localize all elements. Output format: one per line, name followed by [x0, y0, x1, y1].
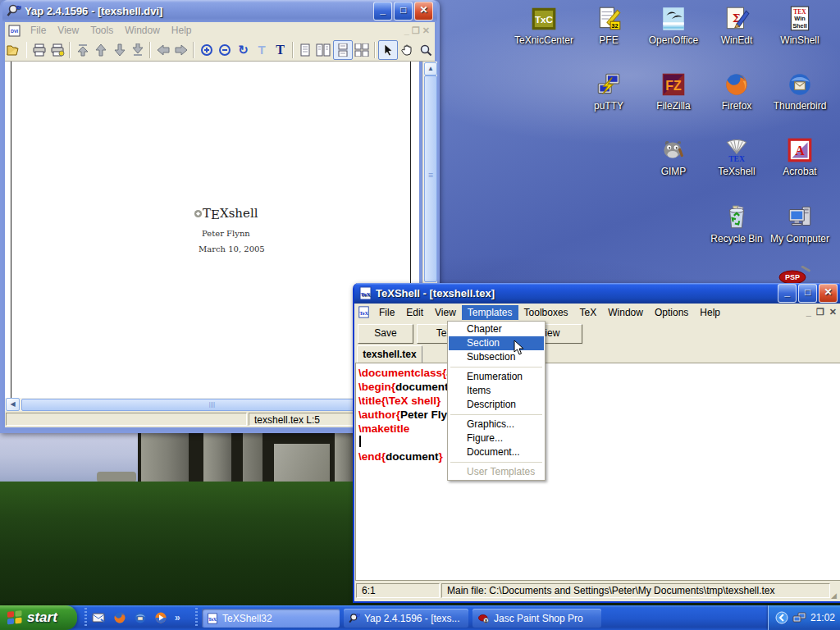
save-button[interactable]: Save: [358, 324, 413, 344]
desktop-icon-putty[interactable]: puTTY: [577, 71, 641, 112]
close-button[interactable]: ✕: [819, 284, 838, 303]
menuitem-chapter[interactable]: Chapter: [449, 322, 544, 336]
svg-text:Shell: Shell: [792, 22, 807, 30]
text-mode-icon[interactable]: T: [271, 41, 290, 59]
menuitem-items[interactable]: Items: [449, 384, 544, 398]
print-setup-icon[interactable]: [48, 41, 67, 59]
mdi-minimize-icon[interactable]: _: [806, 307, 811, 317]
desktop-icon-openoffice[interactable]: OpenOffice: [641, 5, 705, 46]
desktop-icon-pfe[interactable]: 32 PFE: [577, 5, 641, 46]
mdi-restore-icon[interactable]: ❐: [816, 307, 824, 317]
yap-menu-window[interactable]: Window: [119, 23, 166, 38]
menuitem-section[interactable]: Section: [449, 336, 544, 350]
yap-mdi-document-icon[interactable]: DVI: [8, 25, 21, 37]
clock[interactable]: 21:02: [810, 612, 835, 623]
menuitem-enumeration[interactable]: Enumeration: [449, 370, 544, 384]
minimize-button[interactable]: _: [778, 284, 797, 303]
yap-menu-tools[interactable]: Tools: [84, 23, 119, 38]
scroll-left-icon[interactable]: ◀: [6, 398, 20, 411]
scroll-thumb[interactable]: ☰: [424, 75, 437, 282]
continuous-single-icon[interactable]: [333, 40, 354, 60]
first-page-icon[interactable]: [73, 41, 92, 59]
mail-launch-icon[interactable]: [92, 612, 106, 623]
mdi-close-icon[interactable]: ✕: [829, 307, 837, 317]
yap-menu-help[interactable]: Help: [166, 23, 198, 38]
menuitem-figure[interactable]: Figure...: [449, 431, 544, 445]
forward-icon[interactable]: [172, 41, 191, 59]
taskbar-task-yap[interactable]: DVI Yap 2.4.1596 - [texs...: [344, 609, 468, 628]
yap-menu-file[interactable]: File: [25, 23, 52, 38]
start-button[interactable]: start: [0, 605, 77, 630]
menu-file[interactable]: File: [373, 305, 400, 320]
media-player-icon[interactable]: [154, 611, 167, 624]
firefox-icon: [723, 71, 751, 98]
menuitem-subsection[interactable]: Subsection: [449, 350, 544, 364]
resize-grip[interactable]: ◢: [831, 591, 840, 600]
maximize-button[interactable]: □: [798, 284, 817, 303]
texshell-mdi-document-icon[interactable]: TeX: [358, 306, 370, 318]
menu-toolboxes[interactable]: Toolboxes: [518, 305, 574, 320]
previous-page-icon[interactable]: [92, 41, 111, 59]
single-page-icon[interactable]: [296, 41, 315, 59]
menu-tex[interactable]: TeX: [574, 305, 603, 320]
desktop-icon-psp-partial[interactable]: PSP: [776, 266, 812, 284]
desktop-icon-recycle-bin[interactable]: Recycle Bin: [705, 203, 769, 244]
open-file-icon[interactable]: [5, 41, 24, 59]
yap-menu-view[interactable]: View: [52, 23, 84, 38]
yap-titlebar[interactable]: DVI Yap 2.4.1596 - [texshell.dvi] _ □ ✕: [2, 0, 437, 21]
print-icon[interactable]: [30, 41, 48, 59]
select-tool-icon[interactable]: [378, 40, 399, 60]
menuitem-description[interactable]: Description: [449, 398, 544, 412]
menuitem-user-templates[interactable]: User Templates: [449, 465, 544, 479]
desktop-icon-winedt[interactable]: Σ WinEdt: [705, 5, 769, 46]
hand-tool-icon[interactable]: [398, 41, 417, 59]
refresh-icon[interactable]: ↻: [234, 41, 253, 59]
next-page-icon[interactable]: [110, 41, 129, 59]
menu-templates[interactable]: Templates: [462, 305, 518, 320]
maximize-button[interactable]: □: [394, 2, 413, 21]
desktop-icon-winshell[interactable]: TEXWinShell WinShell: [768, 5, 832, 46]
last-page-icon[interactable]: [129, 41, 148, 59]
menuitem-document[interactable]: Document...: [449, 445, 544, 459]
minimize-button[interactable]: _: [373, 2, 392, 21]
taskbar-task-psp[interactable]: 8 Jasc Paint Shop Pro: [472, 609, 601, 628]
desktop-icon-texshell[interactable]: TEX TeXshell: [705, 136, 769, 177]
firefox-quick-icon[interactable]: [113, 611, 126, 624]
tab-texshell-tex[interactable]: texshell.tex: [357, 345, 422, 363]
continuous-two-icon[interactable]: [353, 41, 372, 59]
menu-view[interactable]: View: [429, 305, 462, 320]
menu-separator: [450, 462, 542, 463]
scroll-thumb[interactable]: ||||: [21, 399, 403, 411]
taskbar-task-texshell32[interactable]: TeX TeXShell32: [202, 609, 340, 628]
network-icon[interactable]: [792, 612, 806, 623]
tray-chevron-icon[interactable]: [775, 611, 788, 624]
texshell-titlebar[interactable]: TeX TeXShell - [texshell.tex] _ □ ✕: [354, 283, 840, 304]
texshell-task-icon: TeX: [207, 613, 218, 624]
texshell-editor[interactable]: \documentclass{a\begin{document}\title{\…: [355, 363, 840, 581]
ruler-icon[interactable]: T: [253, 41, 272, 59]
desktop-icon-firefox[interactable]: Firefox: [705, 71, 769, 112]
desktop-icon-my-computer[interactable]: My Computer: [768, 203, 832, 244]
quick-launch-chevron-icon[interactable]: »: [175, 612, 180, 623]
menu-options[interactable]: Options: [649, 305, 694, 320]
close-button[interactable]: ✕: [414, 2, 433, 21]
desktop-icon-thunderbird[interactable]: Thunderbird: [768, 71, 832, 112]
mdi-minimize-icon[interactable]: _: [404, 25, 409, 36]
desktop-icon-texniccenter[interactable]: TxC TeXnicCenter: [512, 5, 576, 46]
desktop-icon-acrobat[interactable]: A Acrobat: [768, 136, 832, 177]
scroll-up-icon[interactable]: ▲: [424, 62, 437, 75]
mdi-close-icon[interactable]: ✕: [422, 25, 430, 36]
two-page-icon[interactable]: [314, 41, 333, 59]
menu-help[interactable]: Help: [694, 305, 726, 320]
menu-window[interactable]: Window: [602, 305, 649, 320]
menu-edit[interactable]: Edit: [400, 305, 429, 320]
zoom-out-icon[interactable]: [216, 41, 235, 59]
thunderbird-quick-icon[interactable]: [134, 611, 147, 624]
mdi-restore-icon[interactable]: ❐: [412, 25, 420, 36]
desktop-icon-filezilla[interactable]: FZ FileZilla: [641, 71, 705, 112]
menuitem-graphics[interactable]: Graphics...: [449, 418, 544, 431]
magnifier-tool-icon[interactable]: [417, 41, 436, 59]
zoom-in-icon[interactable]: [197, 41, 216, 59]
back-icon[interactable]: [153, 41, 172, 59]
desktop-icon-gimp[interactable]: GIMP: [641, 136, 705, 177]
